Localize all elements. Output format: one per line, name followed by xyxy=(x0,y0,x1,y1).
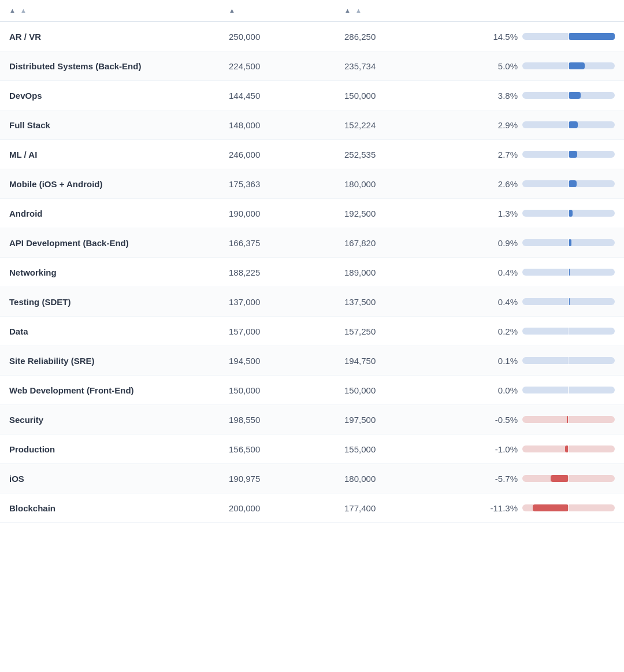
row-val2023: 150,000 xyxy=(344,91,460,101)
trend-center-line xyxy=(568,62,569,70)
row-pct: 2.9% xyxy=(460,120,518,130)
row-val2023: 286,250 xyxy=(344,32,460,42)
trend-center-line xyxy=(568,327,569,335)
table-header: ▲ ▲ ▲ ▲ ▲ xyxy=(0,0,624,22)
table-row: AR / VR 250,000 286,250 14.5% xyxy=(0,22,624,51)
row-val2022: 188,225 xyxy=(229,268,344,277)
row-val2022: 246,000 xyxy=(229,150,344,159)
row-val2022: 157,000 xyxy=(229,326,344,336)
row-val2022: 137,000 xyxy=(229,297,344,307)
row-name: Site Reliability (SRE) xyxy=(9,356,229,366)
trend-bar xyxy=(518,149,615,159)
row-name: Distributed Systems (Back-End) xyxy=(9,61,229,71)
table-row: iOS 190,975 180,000 -5.7% xyxy=(0,464,624,493)
row-pct: 2.6% xyxy=(460,179,518,189)
trend-bar-wrapper xyxy=(522,239,615,247)
row-name: Security xyxy=(9,415,229,425)
trend-center-line xyxy=(568,209,569,217)
row-val2023: 177,400 xyxy=(344,503,460,513)
row-name: Networking xyxy=(9,268,229,277)
table-row: Site Reliability (SRE) 194,500 194,750 0… xyxy=(0,346,624,376)
row-pct: -11.3% xyxy=(460,503,518,513)
sort-down-icon-2023: ▲ xyxy=(355,7,362,14)
trend-bar xyxy=(518,296,615,307)
row-pct: -5.7% xyxy=(460,474,518,484)
trend-bar-wrapper xyxy=(522,91,615,99)
row-val2023: 155,000 xyxy=(344,444,460,454)
row-val2022: 200,000 xyxy=(229,503,344,513)
row-val2022: 166,375 xyxy=(229,238,344,248)
row-pct: 0.4% xyxy=(460,297,518,307)
trend-fill xyxy=(569,92,581,99)
table-row: Networking 188,225 189,000 0.4% xyxy=(0,258,624,287)
row-val2023: 180,000 xyxy=(344,179,460,189)
table-row: Distributed Systems (Back-End) 224,500 2… xyxy=(0,51,624,81)
row-val2023: 235,734 xyxy=(344,61,460,71)
row-pct: 0.0% xyxy=(460,385,518,395)
row-val2023: 152,224 xyxy=(344,120,460,130)
row-name: Data xyxy=(9,326,229,336)
row-val2023: 252,535 xyxy=(344,150,460,159)
sort-up-icon-2022: ▲ xyxy=(229,7,235,14)
table-row: API Development (Back-End) 166,375 167,8… xyxy=(0,228,624,258)
trend-bar-wrapper xyxy=(522,386,615,394)
trend-fill xyxy=(569,210,573,217)
table-row: DevOps 144,450 150,000 3.8% xyxy=(0,81,624,110)
row-val2022: 198,550 xyxy=(229,415,344,425)
trend-bar xyxy=(518,355,615,366)
trend-center-line xyxy=(568,180,569,188)
trend-bar-wrapper xyxy=(522,268,615,276)
trend-center-line xyxy=(568,121,569,129)
trend-center-line xyxy=(568,239,569,247)
row-name: iOS xyxy=(9,474,229,484)
trend-center-line xyxy=(568,91,569,99)
trend-center-line xyxy=(568,474,569,482)
table-row: Android 190,000 192,500 1.3% xyxy=(0,199,624,228)
trend-center-line xyxy=(568,415,569,424)
row-pct: 0.4% xyxy=(460,268,518,277)
trend-bar-wrapper xyxy=(522,327,615,335)
row-pct: -1.0% xyxy=(460,444,518,454)
row-name: Web Development (Front-End) xyxy=(9,385,229,395)
trend-bar xyxy=(518,414,615,425)
row-val2022: 150,000 xyxy=(229,385,344,395)
salary-table: ▲ ▲ ▲ ▲ ▲ AR / VR 250,000 286,250 14.5% xyxy=(0,0,624,672)
table-row: Full Stack 148,000 152,224 2.9% xyxy=(0,110,624,140)
trend-fill xyxy=(533,504,569,511)
row-name: DevOps xyxy=(9,91,229,101)
row-val2023: 167,820 xyxy=(344,238,460,248)
trend-bar-wrapper xyxy=(522,150,615,158)
trend-center-line xyxy=(568,150,569,158)
row-name: Full Stack xyxy=(9,120,229,130)
row-val2022: 190,975 xyxy=(229,474,344,484)
trend-center-line xyxy=(568,357,569,365)
col-header-2023[interactable]: ▲ ▲ xyxy=(344,7,460,14)
row-name: Mobile (iOS + Android) xyxy=(9,179,229,189)
row-pct: 2.7% xyxy=(460,150,518,159)
row-val2022: 194,500 xyxy=(229,356,344,366)
col-header-2022[interactable]: ▲ xyxy=(229,7,344,14)
row-val2022: 148,000 xyxy=(229,120,344,130)
row-pct: 0.2% xyxy=(460,326,518,336)
table-row: ML / AI 246,000 252,535 2.7% xyxy=(0,140,624,169)
row-val2022: 175,363 xyxy=(229,179,344,189)
trend-bar-wrapper xyxy=(522,121,615,129)
row-name: ML / AI xyxy=(9,150,229,159)
trend-bar-wrapper xyxy=(522,504,615,512)
row-name: Android xyxy=(9,209,229,218)
trend-bar xyxy=(518,61,615,71)
row-val2023: 137,500 xyxy=(344,297,460,307)
col-header-name[interactable]: ▲ ▲ xyxy=(9,7,229,14)
sort-down-icon: ▲ xyxy=(20,7,27,14)
trend-center-line xyxy=(568,298,569,306)
trend-bar-wrapper xyxy=(522,180,615,188)
row-val2022: 250,000 xyxy=(229,32,344,42)
trend-bar-wrapper xyxy=(522,445,615,453)
trend-fill xyxy=(551,475,569,482)
trend-bar-wrapper xyxy=(522,209,615,217)
table-row: Blockchain 200,000 177,400 -11.3% xyxy=(0,493,624,523)
trend-center-line xyxy=(568,504,569,512)
sort-up-icon: ▲ xyxy=(9,7,16,14)
row-name: Blockchain xyxy=(9,503,229,513)
table-row: Data 157,000 157,250 0.2% xyxy=(0,317,624,346)
